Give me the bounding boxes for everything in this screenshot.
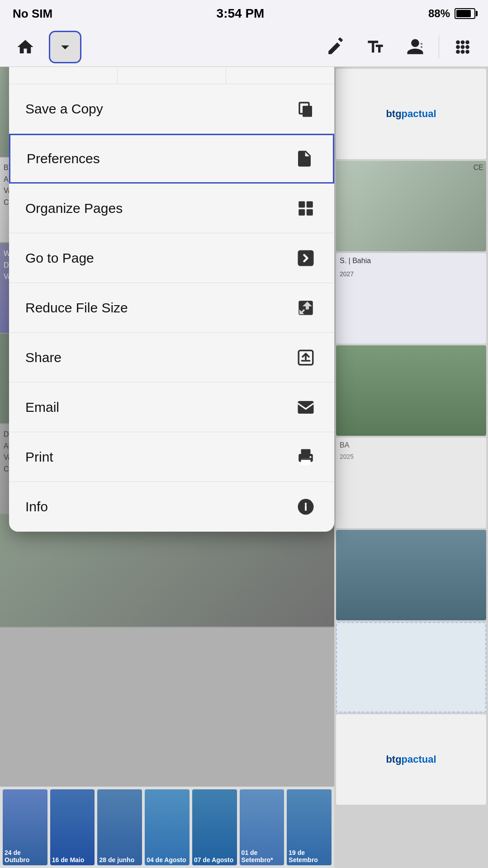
envelope-icon — [296, 398, 315, 417]
svg-rect-19 — [307, 201, 313, 208]
svg-point-2 — [465, 40, 469, 44]
share-upload-icon — [296, 348, 315, 367]
battery-icon — [455, 8, 475, 19]
svg-point-32 — [305, 503, 307, 505]
preferences-label: Preferences — [27, 151, 100, 166]
toolbar-divider — [439, 36, 439, 58]
save-copy-label: Save a Copy — [25, 101, 103, 117]
info-circle-icon — [296, 497, 315, 516]
printer-icon — [296, 448, 315, 467]
text-edit-icon — [366, 38, 385, 57]
svg-point-30 — [309, 456, 311, 458]
preferences-icon — [292, 146, 317, 171]
reduce-file-size-label: Reduce File Size — [25, 300, 128, 316]
go-to-page-icon — [294, 246, 318, 270]
save-copy-item[interactable]: Save a Copy — [9, 84, 334, 134]
svg-point-6 — [456, 50, 460, 54]
svg-point-3 — [456, 45, 460, 49]
time-label: 3:54 PM — [217, 6, 265, 21]
svg-rect-16 — [303, 106, 312, 117]
go-to-page-item[interactable]: Go to Page — [9, 233, 334, 283]
svg-point-7 — [461, 50, 465, 54]
battery-percentage: 88% — [428, 7, 450, 20]
print-item[interactable]: Print — [9, 432, 334, 482]
share-label: Share — [25, 350, 62, 365]
copy-icon — [296, 99, 315, 118]
svg-rect-21 — [307, 209, 313, 215]
preferences-doc-icon — [295, 149, 314, 168]
home-icon — [16, 38, 35, 57]
svg-point-1 — [461, 40, 465, 44]
grid-apps-button[interactable] — [446, 31, 479, 63]
dropdown-button[interactable] — [49, 31, 81, 63]
info-item[interactable]: Info — [9, 482, 334, 532]
pen-icon — [326, 38, 345, 57]
info-label: Info — [25, 499, 48, 514]
save-copy-icon — [294, 97, 318, 121]
reduce-file-size-icon — [294, 296, 318, 320]
svg-rect-29 — [301, 458, 311, 460]
email-item[interactable]: Email — [9, 382, 334, 432]
email-label: Email — [25, 400, 59, 415]
print-label: Print — [25, 449, 53, 465]
chevron-down-icon — [56, 38, 75, 57]
share-icon — [294, 345, 318, 370]
svg-point-0 — [456, 40, 460, 44]
pen-tool-button[interactable] — [319, 31, 352, 63]
svg-rect-25 — [298, 401, 314, 414]
svg-point-4 — [461, 45, 465, 49]
reduce-file-size-item[interactable]: Reduce File Size — [9, 283, 334, 333]
grid-apps-icon — [453, 38, 472, 57]
svg-rect-18 — [298, 201, 305, 208]
organize-pages-icon — [294, 196, 318, 221]
dropdown-overlay: Favorite Password Slide Show Save a — [0, 0, 488, 868]
svg-rect-22 — [298, 250, 314, 266]
toolbar — [0, 27, 488, 67]
print-icon — [294, 445, 318, 469]
status-bar: No SIM 3:54 PM 88% — [0, 0, 488, 27]
dropdown-menu: Favorite Password Slide Show Save a — [9, 9, 334, 532]
svg-point-8 — [465, 50, 469, 54]
compress-icon — [296, 298, 315, 317]
home-button[interactable] — [9, 31, 42, 63]
svg-rect-20 — [298, 209, 305, 215]
email-icon — [294, 395, 318, 420]
svg-rect-26 — [301, 449, 311, 454]
info-icon — [294, 495, 318, 519]
share-item[interactable]: Share — [9, 333, 334, 382]
grid-four-icon — [296, 199, 315, 218]
carrier-label: No SIM — [13, 7, 52, 21]
text-edit-button[interactable] — [359, 31, 392, 63]
person-button[interactable] — [399, 31, 431, 63]
go-to-page-label: Go to Page — [25, 250, 94, 266]
preferences-item[interactable]: Preferences — [9, 134, 334, 184]
battery-info: 88% — [428, 7, 475, 20]
person-icon — [406, 38, 425, 57]
arrow-right-box-icon — [296, 249, 315, 268]
organize-pages-label: Organize Pages — [25, 201, 123, 216]
organize-pages-item[interactable]: Organize Pages — [9, 184, 334, 233]
svg-point-5 — [465, 45, 469, 49]
